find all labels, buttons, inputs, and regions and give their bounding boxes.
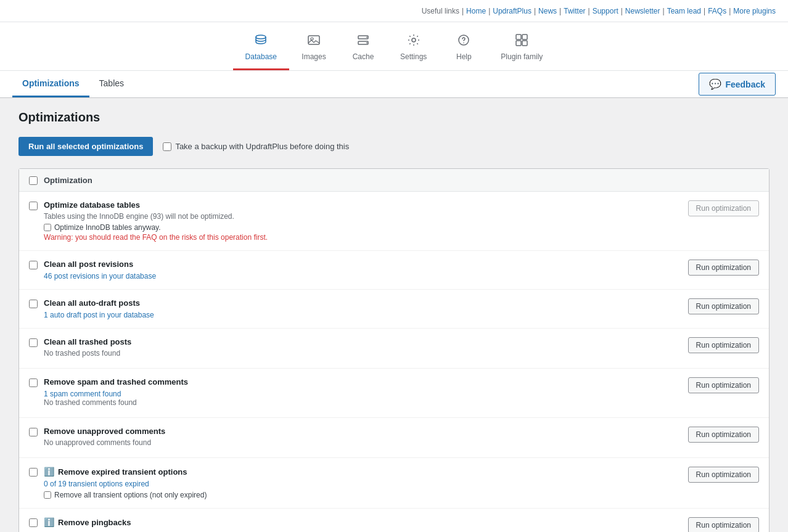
sub-tab-tables[interactable]: Tables: [89, 71, 134, 97]
link-newsletter[interactable]: Newsletter: [625, 7, 660, 15]
row-action-7: Run optimization: [688, 467, 759, 483]
sub-tabs: Optimizations Tables: [12, 71, 134, 97]
row-checkbox-5[interactable]: [29, 379, 38, 387]
link-updraftplus[interactable]: UpdraftPlus: [493, 7, 531, 15]
nav-tab-database-label: Database: [245, 52, 277, 61]
nav-area: Database Images Cache: [0, 22, 788, 71]
plugin-family-icon: [515, 33, 528, 50]
svg-point-0: [256, 35, 266, 39]
run-optimization-button-3[interactable]: Run optimization: [688, 298, 759, 314]
svg-rect-12: [516, 41, 521, 46]
row-link-2[interactable]: 46 post revisions in your database: [44, 272, 156, 280]
nav-tab-help[interactable]: Help: [439, 28, 488, 70]
row-content-1: Optimize database tables Tables using th…: [44, 200, 682, 242]
nav-tab-settings[interactable]: Settings: [388, 28, 439, 70]
database-icon: [254, 33, 268, 50]
row-checkbox-1[interactable]: [29, 202, 38, 210]
row-action-3: Run optimization: [688, 298, 759, 314]
run-optimization-button-4[interactable]: Run optimization: [688, 337, 759, 353]
row-title-1: Optimize database tables: [44, 200, 682, 210]
row-content-6: Remove unapproved comments No unapproved…: [44, 427, 682, 449]
svg-point-7: [412, 38, 416, 42]
svg-rect-10: [516, 35, 521, 39]
row-action-8: Run optimization: [688, 517, 759, 532]
link-home[interactable]: Home: [466, 7, 486, 15]
backup-checkbox-text: Take a backup with UpdraftPlus before do…: [175, 142, 349, 151]
link-faqs[interactable]: FAQs: [708, 7, 726, 15]
feedback-button[interactable]: 💬 Feedback: [699, 73, 776, 96]
table-row: Clean all trashed posts No trashed posts…: [19, 329, 769, 369]
svg-point-5: [366, 37, 367, 38]
svg-rect-13: [522, 41, 527, 46]
table-row: Clean all auto-draft posts 1 auto draft …: [19, 290, 769, 329]
row-action-1: Run optimization: [688, 200, 759, 216]
table-row: Clean all post revisions 46 post revisio…: [19, 251, 769, 290]
run-optimization-button-6[interactable]: Run optimization: [688, 427, 759, 443]
nav-tab-images[interactable]: Images: [289, 28, 339, 70]
row-content-5: Remove spam and trashed comments 1 spam …: [44, 377, 682, 409]
action-row: Run all selected optimizations Take a ba…: [18, 137, 770, 156]
svg-rect-11: [522, 35, 527, 39]
row-checkbox-2[interactable]: [29, 261, 38, 269]
nav-tab-cache[interactable]: Cache: [339, 28, 388, 70]
row-action-5: Run optimization: [688, 377, 759, 393]
row-checkbox-7[interactable]: [29, 468, 38, 477]
feedback-icon: 💬: [709, 78, 721, 90]
optimizations-table: Optimization Optimize database tables Ta…: [18, 168, 770, 532]
link-support[interactable]: Support: [593, 7, 618, 15]
link-team-lead[interactable]: Team lead: [667, 7, 701, 15]
table-header: Optimization: [19, 169, 769, 192]
row-desc-4: No trashed posts found: [44, 349, 682, 358]
nav-tab-plugin-family[interactable]: Plugin family: [488, 28, 555, 70]
sub-tabs-area: Optimizations Tables 💬 Feedback: [0, 71, 788, 98]
nav-tabs: Database Images Cache: [233, 28, 556, 70]
main-content: Optimizations Run all selected optimizat…: [0, 98, 788, 532]
run-optimization-button-8[interactable]: Run optimization: [688, 517, 759, 532]
row-checkbox-3[interactable]: [29, 300, 38, 308]
backup-checkbox-input[interactable]: [163, 142, 171, 151]
row-title-5: Remove spam and trashed comments: [44, 377, 682, 387]
table-row: Remove unapproved comments No unapproved…: [19, 418, 769, 458]
row-link-5[interactable]: 1 spam comment found: [44, 390, 121, 398]
row-desc-6: No unapproved comments found: [44, 438, 682, 447]
useful-links-label: Useful links: [422, 7, 459, 15]
row-content-8: ℹ️ Remove pingbacks: [44, 517, 682, 530]
table-row: Optimize database tables Tables using th…: [19, 192, 769, 251]
top-bar: Useful links | Home | UpdraftPlus | News…: [0, 0, 788, 22]
nav-tab-cache-label: Cache: [353, 52, 374, 61]
sub-tab-optimizations[interactable]: Optimizations: [12, 71, 89, 97]
run-optimization-button-7[interactable]: Run optimization: [688, 467, 759, 483]
row-content-3: Clean all auto-draft posts 1 auto draft …: [44, 298, 682, 319]
row-title-7: ℹ️ Remove expired transient options: [44, 467, 682, 477]
header-checkbox[interactable]: [29, 176, 38, 185]
row-title-3: Clean all auto-draft posts: [44, 298, 682, 308]
feedback-label: Feedback: [725, 80, 765, 89]
row-link-3[interactable]: 1 auto draft post in your database: [44, 311, 154, 319]
row-warning-link-1[interactable]: Warning: you should read the FAQ on the …: [44, 233, 682, 242]
page-title: Optimizations: [18, 110, 770, 125]
backup-checkbox-label: Take a backup with UpdraftPlus before do…: [163, 142, 349, 151]
link-news[interactable]: News: [538, 7, 557, 15]
row-checkbox-4[interactable]: [29, 338, 38, 347]
run-optimization-button-1[interactable]: Run optimization: [688, 200, 759, 216]
svg-point-6: [366, 43, 367, 44]
nav-tab-database[interactable]: Database: [233, 28, 289, 70]
row-title-8: ℹ️ Remove pingbacks: [44, 517, 682, 527]
row-checkbox-6[interactable]: [29, 428, 38, 436]
inno-db-checkbox[interactable]: [44, 224, 51, 231]
header-label: Optimization: [44, 176, 92, 185]
row-action-6: Run optimization: [688, 427, 759, 443]
run-all-button[interactable]: Run all selected optimizations: [18, 137, 153, 156]
link-more-plugins[interactable]: More plugins: [733, 7, 776, 15]
cache-icon: [356, 33, 370, 50]
info-icon-7: ℹ️: [44, 467, 54, 477]
link-twitter[interactable]: Twitter: [564, 7, 585, 15]
row-action-4: Run optimization: [688, 337, 759, 353]
row-checkbox-8[interactable]: [29, 518, 38, 527]
run-optimization-button-5[interactable]: Run optimization: [688, 377, 759, 393]
run-optimization-button-2[interactable]: Run optimization: [688, 260, 759, 276]
transient-all-checkbox[interactable]: [44, 491, 51, 499]
row-link-7[interactable]: 0 of 19 transient options expired: [44, 480, 149, 488]
svg-rect-1: [308, 36, 319, 44]
svg-point-2: [311, 38, 313, 40]
